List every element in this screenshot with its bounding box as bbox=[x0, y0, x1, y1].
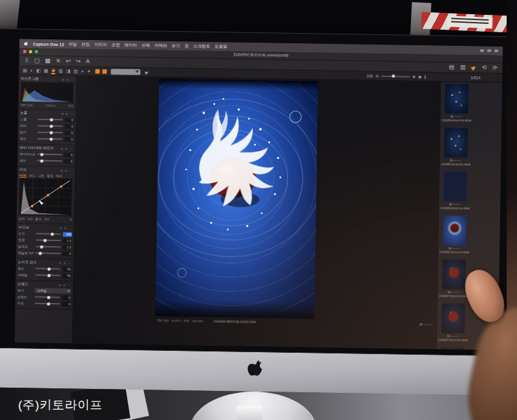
curve-graph[interactable] bbox=[19, 178, 72, 216]
slider-value[interactable]: 0 bbox=[62, 295, 71, 300]
rotate-ccw-icon[interactable]: ⟲ bbox=[481, 65, 487, 70]
proof-toggle-icon[interactable] bbox=[102, 69, 107, 74]
detail-slider[interactable] bbox=[35, 275, 60, 277]
browser-thumbnail[interactable]: •••••210509키토라이프-02463.CR2 bbox=[440, 171, 470, 214]
menu-edit[interactable]: 편집 bbox=[81, 41, 90, 47]
tab-library-icon[interactable]: ▤ bbox=[23, 68, 27, 73]
compare-icon[interactable]: ∥ bbox=[424, 74, 426, 79]
tool-menu-icon[interactable]: ↺ ≡ ⋯ bbox=[59, 261, 72, 265]
rotate-cw-icon[interactable]: ⟳ bbox=[492, 65, 498, 71]
main-photo[interactable] bbox=[155, 79, 318, 319]
tab-exposure-icon[interactable]: ◉ bbox=[51, 67, 55, 74]
curve-tab-green[interactable]: 그린 bbox=[38, 174, 45, 178]
menu-adjustments[interactable]: 조정 bbox=[111, 42, 120, 48]
undo-icon[interactable]: ↩ bbox=[66, 58, 71, 64]
browser-view-icon[interactable]: ▥ bbox=[460, 65, 466, 70]
tab-lens-icon[interactable]: ◧ bbox=[36, 68, 41, 73]
slider-value[interactable]: 0 bbox=[65, 124, 74, 129]
tab-capture-icon[interactable]: ◐ bbox=[30, 68, 33, 73]
redo-icon[interactable]: ↪ bbox=[76, 59, 81, 65]
thumbnail-image[interactable] bbox=[441, 303, 465, 333]
slider-value-selected[interactable]: 180 bbox=[63, 232, 72, 236]
tab-output-icon[interactable]: ≡ bbox=[81, 68, 83, 74]
menu-select[interactable]: 선택 bbox=[142, 43, 150, 48]
slider-value[interactable]: 0 bbox=[62, 302, 71, 306]
viewer-toggle-icon[interactable] bbox=[95, 69, 100, 74]
slider-value[interactable]: 50 bbox=[62, 273, 71, 278]
thumbnail-image[interactable] bbox=[443, 215, 467, 246]
structure-slider[interactable] bbox=[35, 303, 60, 305]
browser-thumbnail[interactable]: •••••210509키토라이프-02484.CR2 bbox=[439, 258, 469, 302]
halo-slider[interactable] bbox=[36, 253, 61, 255]
curve-pen-icon[interactable]: ✎ bbox=[70, 218, 72, 221]
clarity-method-dropdown[interactable]: 내추럴 bbox=[35, 288, 71, 294]
slider-value[interactable]: 0 bbox=[65, 118, 74, 122]
slider-value[interactable]: 0 bbox=[63, 251, 72, 256]
browser-thumbnail[interactable]: •••••210509키토라이프-02458.CR2 bbox=[441, 83, 472, 126]
tool-menu-icon[interactable]: ↺ ≡ ⋯ bbox=[59, 226, 72, 230]
highlight-slider[interactable] bbox=[37, 154, 62, 156]
menubar-status-icons[interactable] bbox=[480, 49, 498, 52]
pointer-icon[interactable]: ▶ bbox=[144, 69, 150, 76]
menu-image[interactable]: 이미지 bbox=[94, 41, 107, 47]
thumbnail-image[interactable] bbox=[442, 259, 466, 289]
menu-window[interactable]: 창 bbox=[184, 43, 189, 49]
clarity-slider[interactable] bbox=[35, 297, 60, 299]
tab-batch-icon[interactable]: ✦ bbox=[87, 68, 90, 74]
slider-value[interactable]: 0 bbox=[64, 152, 73, 157]
curve-tab-luma[interactable]: 루마 bbox=[56, 174, 63, 178]
proof-eye-icon[interactable]: ◉ bbox=[418, 74, 421, 79]
tab-adjustments-icon[interactable]: ◨ bbox=[66, 68, 70, 74]
amount-slider[interactable] bbox=[36, 233, 61, 235]
shadow-slider[interactable] bbox=[37, 160, 62, 162]
annotation-icon[interactable]: A bbox=[86, 59, 90, 65]
tool-menu-icon[interactable]: ↺ ≡ ⋯ bbox=[61, 112, 74, 116]
viewer-rating[interactable]: • • • • • bbox=[419, 322, 432, 326]
menu-layer[interactable]: 레이어 bbox=[124, 42, 137, 48]
menu-camera[interactable]: 카메라 bbox=[154, 43, 167, 48]
menu-scripts[interactable]: 스크립트 bbox=[193, 43, 210, 49]
contrast-slider[interactable] bbox=[37, 125, 63, 127]
threshold-slider[interactable] bbox=[36, 246, 61, 248]
exposure-slider[interactable] bbox=[37, 119, 63, 121]
apple-menu-icon[interactable] bbox=[24, 41, 28, 47]
slider-value[interactable]: 1.2 bbox=[63, 238, 72, 243]
thumbnail-image[interactable] bbox=[443, 172, 467, 202]
menu-file[interactable]: 파일 bbox=[69, 41, 77, 47]
browser-thumbnail[interactable]: •••••210509키토라이프-02485.CR2 bbox=[438, 302, 469, 346]
tool-menu-icon[interactable]: ↺ ≡ ⋯ bbox=[60, 169, 73, 173]
menu-help[interactable]: 도움말 bbox=[215, 43, 227, 49]
brightness-slider[interactable] bbox=[37, 132, 63, 134]
zoom-out-icon[interactable]: ⊖ bbox=[375, 74, 379, 78]
zoom-in-icon[interactable]: ⊕ bbox=[412, 74, 416, 79]
menu-view[interactable]: 보기 bbox=[171, 43, 180, 48]
luminance-slider[interactable] bbox=[36, 268, 61, 270]
slider-value[interactable]: 0 bbox=[65, 131, 74, 135]
saturation-slider[interactable] bbox=[37, 138, 63, 140]
tab-details-icon[interactable]: ▧ bbox=[59, 68, 63, 74]
browser-thumbnail[interactable]: •••••210509키토라이프-02465.CR2 bbox=[439, 215, 470, 258]
curve-tab-red[interactable]: 레드 bbox=[29, 173, 36, 177]
overlay-icon[interactable]: ▩ bbox=[45, 58, 51, 64]
slider-value[interactable]: 1.0 bbox=[63, 245, 72, 249]
curve-tab-rgb[interactable]: RGB bbox=[19, 173, 26, 178]
menu-app-name[interactable]: Capture One 12 bbox=[33, 41, 64, 47]
slider-value[interactable]: 0 bbox=[65, 137, 74, 142]
crop-icon[interactable]: ▢ bbox=[34, 58, 40, 64]
slider-value[interactable]: 50 bbox=[62, 267, 71, 271]
cursor-tool-icon[interactable]: ▶ bbox=[470, 64, 478, 71]
tool-menu-icon[interactable]: ↺ ≡ ⋯ bbox=[58, 283, 71, 287]
profile-dropdown[interactable] bbox=[111, 68, 140, 75]
import-icon[interactable]: ⇩ bbox=[25, 58, 30, 63]
tab-color-icon[interactable]: ▦ bbox=[44, 68, 48, 73]
thumbnail-image[interactable] bbox=[445, 84, 469, 114]
radius-slider[interactable] bbox=[36, 240, 61, 242]
tab-metadata-icon[interactable]: ▥ bbox=[74, 68, 78, 74]
tool-menu-icon[interactable]: ↺ ≡ ⋯ bbox=[61, 78, 74, 81]
slider-value[interactable]: 0 bbox=[64, 159, 73, 163]
multi-view-icon[interactable]: ▤ bbox=[448, 65, 454, 70]
delete-icon[interactable]: ✕ bbox=[56, 58, 61, 64]
tool-menu-icon[interactable]: ↺ ≡ ⋯ bbox=[61, 147, 74, 151]
zoom-slider[interactable] bbox=[381, 75, 410, 77]
browser-thumbnail[interactable]: •••••210509키토라이프-02461.CR2 bbox=[441, 127, 471, 170]
